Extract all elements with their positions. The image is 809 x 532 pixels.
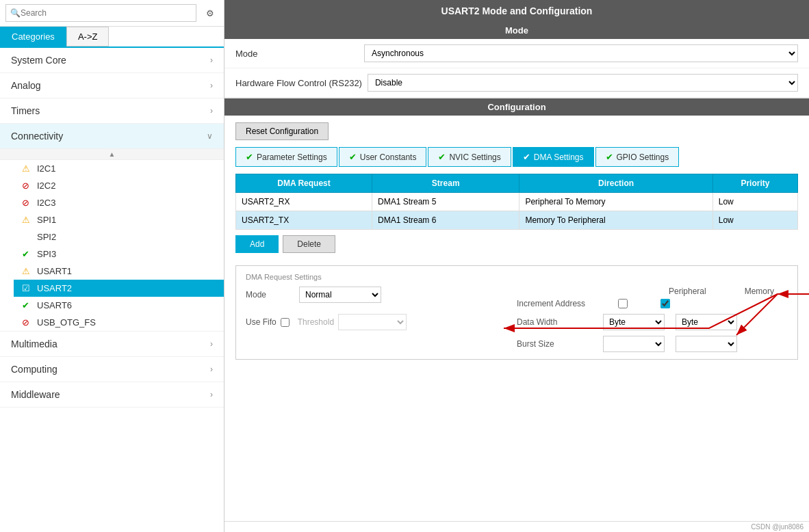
col-header-priority: Priority bbox=[712, 174, 797, 193]
sidebar-item-label: Connectivity bbox=[11, 131, 63, 142]
search-box: 🔍 bbox=[5, 4, 196, 22]
use-fifo-checkbox[interactable] bbox=[281, 318, 290, 327]
tab-categories[interactable]: Categories bbox=[0, 27, 66, 46]
tab-label: Parameter Settings bbox=[257, 152, 327, 162]
sidebar-item-analog[interactable]: Analog › bbox=[0, 73, 224, 98]
tab-user-constants[interactable]: ✔ User Constants bbox=[339, 147, 427, 167]
cell-stream: DMA1 Stream 5 bbox=[372, 193, 519, 211]
tab-dma-settings[interactable]: ✔ DMA Settings bbox=[513, 147, 594, 167]
cell-stream: DMA1 Stream 6 bbox=[372, 211, 519, 230]
add-button[interactable]: Add bbox=[235, 235, 279, 253]
tab-parameter-settings[interactable]: ✔ Parameter Settings bbox=[235, 147, 337, 167]
increment-address-row: Increment Address bbox=[517, 299, 788, 308]
cell-direction: Peripheral To Memory bbox=[519, 193, 712, 211]
no-icon: ⊘ bbox=[22, 317, 33, 328]
no-icon: ⊘ bbox=[22, 198, 33, 208]
item-label: I2C1 bbox=[37, 163, 55, 174]
cell-dma-request: USART2_TX bbox=[236, 211, 372, 230]
increment-address-label: Increment Address bbox=[517, 299, 599, 308]
item-label: USART6 bbox=[37, 300, 72, 310]
mode-label: Mode bbox=[246, 290, 294, 300]
config-tabs: ✔ Parameter Settings ✔ User Constants ✔ … bbox=[224, 147, 809, 167]
chevron-right-icon: › bbox=[210, 364, 213, 374]
cell-priority: Low bbox=[712, 211, 797, 230]
dma-request-settings: DMA Request Settings Mode Normal Circula… bbox=[235, 265, 798, 360]
tab-az[interactable]: A->Z bbox=[66, 27, 110, 46]
sidebar-item-label: Computing bbox=[11, 364, 57, 375]
sidebar-tab-bar: Categories A->Z bbox=[0, 27, 224, 48]
tab-check-icon: ✔ bbox=[438, 152, 446, 162]
sidebar-item-computing[interactable]: Computing › bbox=[0, 357, 224, 382]
sidebar-item-label: System Core bbox=[11, 55, 66, 66]
reset-config-button[interactable]: Reset Configuration bbox=[235, 122, 329, 140]
cell-priority: Low bbox=[712, 193, 797, 211]
dma-settings-title: DMA Request Settings bbox=[246, 273, 788, 281]
tab-nvic-settings[interactable]: ✔ NVIC Settings bbox=[428, 147, 511, 167]
sidebar-sub-item-spi1[interactable]: ⚠ SPI1 bbox=[14, 211, 224, 228]
cell-direction: Memory To Peripheral bbox=[519, 211, 712, 230]
page-title: USART2 Mode and Configuration bbox=[441, 5, 593, 16]
peripheral-burst-select[interactable] bbox=[603, 336, 665, 352]
sidebar-sub-item-i2c3[interactable]: ⊘ I2C3 bbox=[14, 194, 224, 211]
sidebar-sub-item-i2c2[interactable]: ⊘ I2C2 bbox=[14, 177, 224, 194]
tab-gpio-settings[interactable]: ✔ GPIO Settings bbox=[595, 147, 680, 167]
delete-button[interactable]: Delete bbox=[283, 235, 335, 253]
mode-field-row: Mode Normal Circular bbox=[246, 287, 517, 303]
config-toolbar: Reset Configuration bbox=[224, 116, 809, 147]
sidebar-sub-item-i2c1[interactable]: ⚠ I2C1 bbox=[14, 160, 224, 177]
item-label: SPI2 bbox=[37, 232, 56, 242]
table-row[interactable]: USART2_TX DMA1 Stream 6 Memory To Periph… bbox=[236, 211, 798, 230]
connectivity-children: ⚠ I2C1 ⊘ I2C2 ⊘ I2C3 ⚠ SPI1 SPI2 bbox=[0, 160, 224, 332]
threshold-label: Threshold bbox=[298, 317, 334, 327]
tab-check-icon: ✔ bbox=[246, 152, 253, 162]
sidebar-sub-item-usart2[interactable]: ☑ USART2 bbox=[14, 280, 224, 297]
config-section: Configuration Reset Configuration ✔ Para… bbox=[224, 98, 809, 521]
tab-check-icon: ✔ bbox=[606, 152, 613, 162]
sidebar-item-system-core[interactable]: System Core › bbox=[0, 48, 224, 73]
sidebar-sub-item-usart1[interactable]: ⚠ USART1 bbox=[14, 263, 224, 280]
threshold-select[interactable]: 1/4 1/2 3/4 Full bbox=[338, 314, 407, 330]
sidebar-sub-item-usb-otg-fs[interactable]: ⊘ USB_OTG_FS bbox=[14, 314, 224, 331]
chevron-right-icon: › bbox=[210, 339, 213, 349]
gear-button[interactable]: ⚙ bbox=[202, 5, 218, 21]
memory-col-header: Memory bbox=[745, 287, 774, 296]
tab-label: DMA Settings bbox=[534, 152, 584, 162]
sidebar-item-connectivity[interactable]: Connectivity ∨ bbox=[0, 124, 224, 149]
chevron-right-icon: › bbox=[210, 81, 213, 90]
tab-check-icon: ✔ bbox=[349, 152, 357, 162]
search-input[interactable] bbox=[21, 8, 192, 18]
dma-actions: Add Delete bbox=[235, 235, 798, 253]
hw-flow-label: Hardware Flow Control (RS232) bbox=[235, 78, 362, 88]
check-box-icon: ☑ bbox=[22, 283, 33, 293]
peripheral-increment-checkbox[interactable] bbox=[618, 299, 628, 308]
table-row[interactable]: USART2_RX DMA1 Stream 5 Peripheral To Me… bbox=[236, 193, 798, 211]
memory-data-width-select[interactable]: Byte Half Word Word bbox=[676, 314, 737, 330]
sidebar-header: 🔍 ⚙ bbox=[0, 0, 224, 27]
peripheral-col-header: Peripheral bbox=[669, 287, 706, 296]
warn-icon: ⚠ bbox=[22, 215, 33, 225]
config-section-header: Configuration bbox=[224, 98, 809, 116]
sidebar-item-multimedia[interactable]: Multimedia › bbox=[0, 332, 224, 357]
scroll-up-area: ▲ bbox=[0, 149, 224, 160]
mode-row: Mode Asynchronous Disable Synchronous bbox=[224, 39, 809, 68]
sidebar-sub-item-spi3[interactable]: ✔ SPI3 bbox=[14, 245, 224, 263]
mode-label: Mode bbox=[235, 49, 359, 59]
chevron-down-icon: ∨ bbox=[207, 131, 213, 141]
chevron-right-icon: › bbox=[210, 55, 213, 65]
search-icon: 🔍 bbox=[10, 8, 21, 18]
sidebar-sub-item-usart6[interactable]: ✔ USART6 bbox=[14, 297, 224, 314]
sidebar-sub-item-spi2[interactable]: SPI2 bbox=[14, 228, 224, 245]
mode-dropdown[interactable]: Normal Circular bbox=[299, 287, 381, 303]
mode-select[interactable]: Asynchronous Disable Synchronous bbox=[364, 44, 798, 62]
memory-burst-select[interactable] bbox=[676, 336, 737, 352]
peripheral-data-width-select[interactable]: Byte Half Word Word bbox=[603, 314, 665, 330]
sidebar-item-middleware[interactable]: Middleware › bbox=[0, 382, 224, 408]
col-header-stream: Stream bbox=[372, 174, 519, 193]
memory-increment-checkbox[interactable] bbox=[660, 299, 670, 308]
burst-size-label: Burst Size bbox=[517, 339, 599, 349]
sidebar-item-timers[interactable]: Timers › bbox=[0, 98, 224, 124]
col-header-direction: Direction bbox=[519, 174, 712, 193]
hw-flow-select[interactable]: Disable CTS Only RTS Only CTS/RTS bbox=[368, 74, 798, 92]
item-label: USART1 bbox=[37, 266, 72, 276]
main-title-bar: USART2 Mode and Configuration bbox=[224, 0, 809, 22]
